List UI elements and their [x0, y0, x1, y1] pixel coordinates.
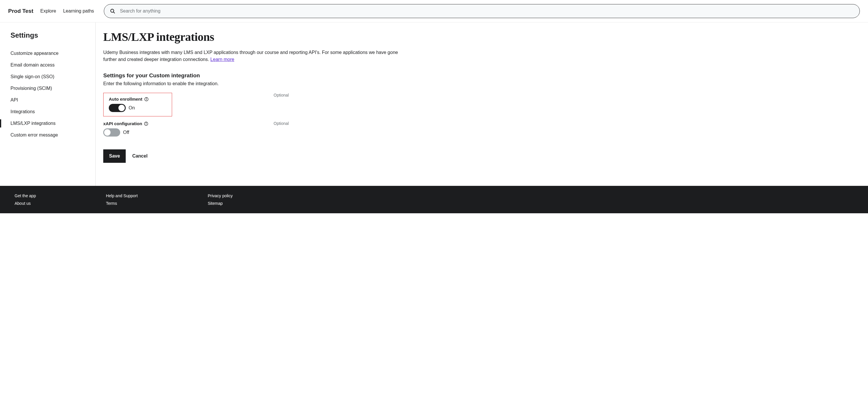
xapi-label-row: xAPI configuration [103, 121, 404, 126]
highlight-box: Auto enrollment On [103, 93, 172, 117]
sidebar-item-api[interactable]: API [10, 94, 85, 106]
footer-col-2: Help and Support Terms [106, 193, 138, 206]
header: Prod Test Explore Learning paths [0, 0, 868, 23]
brand-name[interactable]: Prod Test [8, 8, 33, 14]
xapi-row: Optional xAPI configuration Off [103, 121, 404, 136]
footer-help[interactable]: Help and Support [106, 193, 138, 198]
svg-point-7 [146, 123, 147, 123]
footer: Get the app About us Help and Support Te… [0, 186, 868, 213]
xapi-toggle[interactable] [103, 128, 120, 136]
footer-sitemap[interactable]: Sitemap [208, 201, 233, 206]
svg-point-4 [146, 98, 147, 98]
toggle-knob [118, 105, 125, 111]
sidebar-item-email-domain[interactable]: Email domain access [10, 59, 85, 71]
footer-col-3: Privacy policy Sitemap [208, 193, 233, 206]
save-button[interactable]: Save [103, 149, 126, 163]
xapi-toggle-row: Off [103, 128, 404, 136]
footer-privacy[interactable]: Privacy policy [208, 193, 233, 198]
auto-enrollment-label-row: Auto enrollment [109, 97, 166, 101]
sidebar-item-custom-error[interactable]: Custom error message [10, 129, 85, 141]
intro-prefix: Udemy Business integrates with many LMS … [103, 50, 398, 62]
page-title: LMS/LXP integrations [103, 30, 404, 44]
search-container [104, 4, 860, 18]
toggle-knob [104, 129, 111, 136]
search-input[interactable] [104, 4, 860, 18]
sidebar: Settings Customize appearance Email doma… [0, 23, 96, 186]
search-icon [110, 8, 116, 14]
sidebar-item-provisioning[interactable]: Provisioning (SCIM) [10, 83, 85, 94]
footer-col-1: Get the app About us [14, 193, 36, 206]
button-row: Save Cancel [103, 149, 404, 163]
auto-enrollment-row: Optional Auto enrollment [103, 93, 404, 117]
footer-get-app[interactable]: Get the app [14, 193, 36, 198]
section-title: Settings for your Custom integration [103, 72, 404, 79]
auto-enrollment-label: Auto enrollment [109, 97, 142, 101]
info-icon[interactable] [144, 121, 149, 126]
sidebar-item-integrations[interactable]: Integrations [10, 106, 85, 118]
nav-explore[interactable]: Explore [40, 8, 56, 14]
learn-more-link[interactable]: Learn more [210, 57, 234, 62]
svg-line-1 [114, 12, 115, 13]
layout: Settings Customize appearance Email doma… [0, 23, 868, 186]
main-content: LMS/LXP integrations Udemy Business inte… [96, 23, 416, 186]
section-subtitle: Enter the following information to enabl… [103, 81, 404, 86]
optional-tag: Optional [274, 93, 289, 97]
info-icon[interactable] [144, 97, 149, 101]
sidebar-item-customize-appearance[interactable]: Customize appearance [10, 48, 85, 59]
xapi-label: xAPI configuration [103, 121, 142, 126]
sidebar-item-lms-lxp[interactable]: LMS/LXP integrations [10, 118, 85, 129]
svg-point-0 [111, 9, 114, 12]
auto-enrollment-state: On [129, 105, 135, 111]
auto-enrollment-toggle[interactable] [109, 104, 126, 112]
sidebar-item-sso[interactable]: Single sign-on (SSO) [10, 71, 85, 83]
optional-tag: Optional [274, 121, 289, 126]
intro-text: Udemy Business integrates with many LMS … [103, 49, 404, 63]
xapi-state: Off [123, 130, 129, 135]
footer-terms[interactable]: Terms [106, 201, 138, 206]
cancel-button[interactable]: Cancel [132, 153, 147, 159]
auto-enrollment-toggle-row: On [109, 104, 166, 112]
nav-learning-paths[interactable]: Learning paths [63, 8, 94, 14]
footer-about[interactable]: About us [14, 201, 36, 206]
sidebar-title: Settings [10, 31, 85, 39]
